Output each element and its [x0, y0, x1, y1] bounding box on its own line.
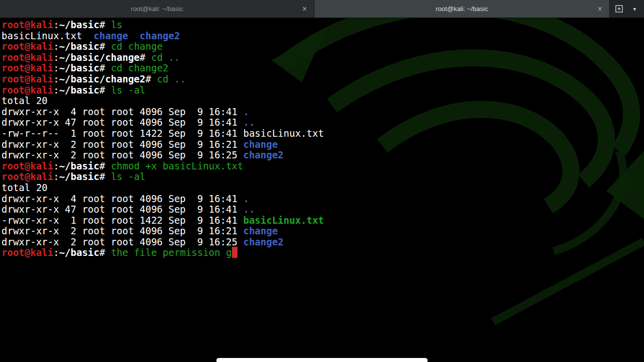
terminal-line: root@kali:~/basic# ls	[2, 20, 644, 31]
terminal-line: -rw-r--r-- 1 root root 1422 Sep 9 16:41 …	[2, 128, 644, 139]
tab-title: root@kali: ~/basic	[131, 5, 183, 13]
terminal-line: -rwxr-xr-x 1 root root 1422 Sep 9 16:41 …	[2, 215, 644, 226]
tab-title: root@kali: ~/basic	[436, 5, 488, 13]
chevron-down-icon[interactable]: ▾	[628, 3, 640, 15]
close-icon[interactable]: ×	[302, 5, 307, 13]
terminal-line: root@kali:~/basic/change2# cd ..	[2, 74, 644, 85]
terminal-line: drwxr-xr-x 4 root root 4096 Sep 9 16:41 …	[2, 107, 644, 118]
close-icon[interactable]: ×	[598, 5, 602, 13]
terminal-line: drwxr-xr-x 4 root root 4096 Sep 9 16:41 …	[2, 194, 644, 205]
terminal-line: drwxr-xr-x 47 root root 4096 Sep 9 16:41…	[2, 117, 644, 128]
bottom-indicator	[216, 358, 428, 362]
tab-root-kali-basic-2[interactable]: root@kali: ~/basic ×	[314, 0, 610, 18]
terminal-line: drwxr-xr-x 2 root root 4096 Sep 9 16:25 …	[2, 237, 644, 248]
terminal-line: root@kali:~/basic/change# cd ..	[2, 52, 644, 63]
tab-actions: ▾	[610, 0, 644, 18]
terminal-line: root@kali:~/basic# ls -al	[2, 85, 644, 96]
new-tab-icon[interactable]	[613, 3, 625, 15]
tab-bar: root@kali: ~/basic × root@kali: ~/basic …	[0, 0, 644, 18]
tab-root-kali-basic-1[interactable]: root@kali: ~/basic ×	[0, 0, 314, 18]
terminal-line: basicLinux.txt change change2	[2, 31, 644, 42]
terminal-line: total 20	[2, 96, 644, 107]
terminal-line: root@kali:~/basic# ls -al	[2, 171, 644, 183]
terminal-output[interactable]: root@kali:~/basic# lsbasicLinux.txt chan…	[0, 19, 644, 362]
terminal-line: drwxr-xr-x 2 root root 4096 Sep 9 16:21 …	[2, 139, 644, 150]
terminal-line: root@kali:~/basic# chmod +x basicLinux.t…	[2, 161, 644, 172]
terminal-line: total 20	[2, 183, 644, 194]
terminal-line: drwxr-xr-x 2 root root 4096 Sep 9 16:25 …	[2, 150, 644, 161]
terminal-line: root@kali:~/basic# cd change2	[2, 63, 644, 74]
terminal-window: root@kali: ~/basic × root@kali: ~/basic …	[0, 0, 644, 362]
terminal-line: drwxr-xr-x 2 root root 4096 Sep 9 16:21 …	[2, 226, 644, 237]
terminal-line: drwxr-xr-x 47 root root 4096 Sep 9 16:41…	[2, 204, 644, 215]
terminal-line: root@kali:~/basic# cd change	[2, 41, 644, 52]
terminal-line: root@kali:~/basic# the file permission g	[2, 247, 644, 258]
